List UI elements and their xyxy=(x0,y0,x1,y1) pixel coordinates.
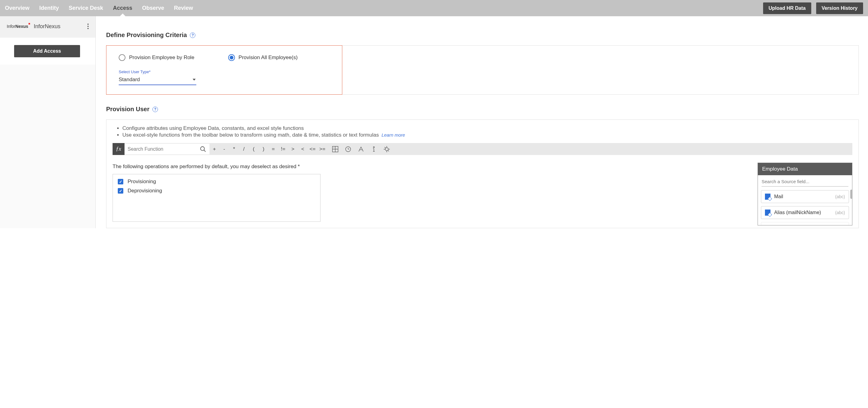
kebab-menu-icon[interactable] xyxy=(86,22,91,31)
tab-list: Overview Identity Service Desk Access Ob… xyxy=(0,0,198,16)
clock-icon[interactable] xyxy=(344,145,352,153)
transform-icon[interactable] xyxy=(383,145,391,153)
field-icon xyxy=(765,194,771,200)
employee-data-title: Employee Data xyxy=(758,163,852,175)
text-icon[interactable] xyxy=(357,145,365,153)
op-paren-close[interactable]: ) xyxy=(258,146,268,152)
checkbox-deprovisioning[interactable]: ✓ Deprovisioning xyxy=(118,188,315,194)
employee-field-item[interactable]: Mail (abc) xyxy=(761,190,849,203)
op-paren-open[interactable]: ( xyxy=(249,146,258,152)
criteria-highlighted: Provision Employee by Role Provision All… xyxy=(106,45,342,95)
main-content: Define Provisioning Criteria ? Provision… xyxy=(96,16,868,228)
svg-text:-: - xyxy=(336,147,337,149)
learn-more-link[interactable]: Learn more xyxy=(381,132,405,138)
bullet-text: Use excel-style functions from the toolb… xyxy=(122,132,852,138)
svg-point-14 xyxy=(385,148,388,151)
radio-provision-by-role[interactable]: Provision Employee by Role xyxy=(119,54,194,61)
add-access-button[interactable]: Add Access xyxy=(14,45,80,57)
top-actions: Upload HR Data Version History xyxy=(763,2,863,14)
radio-provision-all[interactable]: Provision All Employee(s) xyxy=(228,54,298,61)
op-minus[interactable]: - xyxy=(219,146,229,152)
svg-text:+: + xyxy=(333,147,335,149)
fx-icon[interactable]: ƒx xyxy=(113,143,125,155)
operations-box: ✓ Provisioning ✓ Deprovisioning xyxy=(113,174,320,222)
op-equals[interactable]: = xyxy=(268,146,278,152)
op-multiply[interactable]: * xyxy=(229,146,239,152)
op-lte[interactable]: <= xyxy=(308,146,317,152)
chevron-down-icon xyxy=(193,79,196,80)
tab-service-desk[interactable]: Service Desk xyxy=(64,0,108,16)
app-name: InforNexus xyxy=(34,23,60,30)
employee-search[interactable] xyxy=(762,179,848,186)
operations-note: The following operations are performed b… xyxy=(113,164,852,170)
employee-field-list: Mail (abc) Alias (mailNickName) (abc) Ci… xyxy=(758,189,852,225)
op-lt[interactable]: < xyxy=(298,146,308,152)
checkbox-provisioning[interactable]: ✓ Provisioning xyxy=(118,178,315,185)
field-icon xyxy=(765,209,771,216)
tab-observe[interactable]: Observe xyxy=(137,0,169,16)
select-label: Select User Type* xyxy=(119,70,196,74)
svg-line-1 xyxy=(204,150,206,151)
svg-point-10 xyxy=(373,146,374,148)
help-icon[interactable]: ? xyxy=(190,32,195,38)
op-gt[interactable]: > xyxy=(288,146,298,152)
define-criteria-title: Define Provisioning Criteria ? xyxy=(106,32,859,39)
op-not-equals[interactable]: != xyxy=(278,146,288,152)
checkbox-icon: ✓ xyxy=(118,188,123,194)
radio-icon xyxy=(228,54,235,61)
tab-identity[interactable]: Identity xyxy=(34,0,64,16)
provision-user-title: Provision User ? xyxy=(106,106,859,113)
op-gte[interactable]: >= xyxy=(317,146,327,152)
select-value: Standard xyxy=(119,76,140,83)
info-icon[interactable] xyxy=(370,145,378,153)
sidebar: InforNexus InforNexus Add Access xyxy=(0,16,96,228)
upload-hr-data-button[interactable]: Upload HR Data xyxy=(763,2,811,14)
help-icon[interactable]: ? xyxy=(152,107,158,112)
criteria-panel: Provision Employee by Role Provision All… xyxy=(106,45,859,95)
svg-point-0 xyxy=(200,146,205,150)
tab-overview[interactable]: Overview xyxy=(0,0,34,16)
svg-line-19 xyxy=(384,147,385,148)
function-search[interactable] xyxy=(125,144,210,155)
bullet-text: Configure attributes using Employee Data… xyxy=(122,125,852,131)
function-search-input[interactable] xyxy=(128,146,197,152)
provision-panel: Configure attributes using Employee Data… xyxy=(106,120,859,228)
checkbox-icon: ✓ xyxy=(118,179,123,184)
user-type-select[interactable]: Select User Type* Standard xyxy=(119,70,196,85)
employee-search-input[interactable] xyxy=(762,179,848,184)
svg-line-20 xyxy=(388,150,389,151)
function-toolbar: ƒx + - * / ( ) xyxy=(113,143,852,155)
employee-field-item[interactable]: Alias (mailNickName) (abc) xyxy=(761,206,849,219)
topbar: Overview Identity Service Desk Access Ob… xyxy=(0,0,868,16)
version-history-button[interactable]: Version History xyxy=(816,2,863,14)
tab-review[interactable]: Review xyxy=(169,0,198,16)
radio-icon xyxy=(119,54,125,61)
sidebar-header: InforNexus InforNexus xyxy=(0,16,95,38)
employee-field-item[interactable]: City (l) (abc) xyxy=(761,222,849,225)
op-plus[interactable]: + xyxy=(210,146,219,152)
employee-data-panel: Employee Data Mail (abc) Alias (mailNick… xyxy=(757,163,852,226)
scrollbar[interactable] xyxy=(850,190,852,199)
search-icon xyxy=(200,146,207,152)
math-icon[interactable]: +- xyxy=(332,145,339,153)
app-logo: InforNexus xyxy=(7,24,28,29)
operator-buttons: + - * / ( ) = != > < <= >= xyxy=(210,146,327,152)
tab-access[interactable]: Access xyxy=(108,0,137,16)
op-divide[interactable]: / xyxy=(239,146,249,152)
